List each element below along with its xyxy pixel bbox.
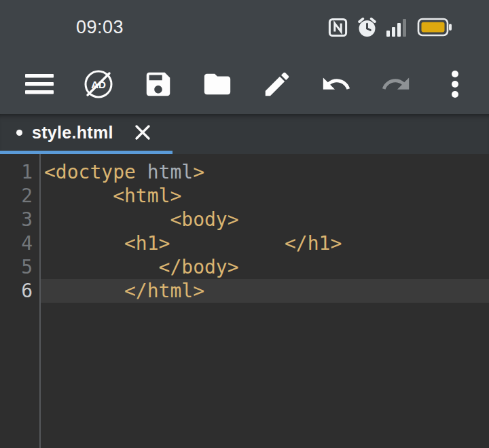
editor-line[interactable]: 4 <h1> </h1> <box>0 231 489 255</box>
tab-style-html[interactable]: style.html <box>0 114 173 154</box>
editor-line[interactable]: 1<doctype html> <box>0 160 489 184</box>
clock-text: 09:03 <box>76 17 124 38</box>
code-line[interactable]: <doctype html> <box>41 160 489 184</box>
more-vert-icon <box>450 68 460 100</box>
edit-button[interactable] <box>258 64 296 105</box>
line-number: 4 <box>0 232 41 255</box>
save-icon <box>143 69 174 100</box>
line-number: 5 <box>0 256 41 278</box>
unsaved-indicator-dot <box>16 130 22 136</box>
nfc-icon <box>327 16 349 39</box>
line-number: 1 <box>0 161 41 183</box>
overflow-menu-button[interactable] <box>436 64 474 105</box>
code-line[interactable]: <h1> </h1> <box>41 231 489 255</box>
save-button[interactable] <box>139 64 177 105</box>
code-line[interactable]: <html> <box>41 184 489 208</box>
editor-line[interactable]: 2 <html> <box>0 184 489 208</box>
editor-line[interactable]: 6 </html> <box>0 279 489 303</box>
undo-button[interactable] <box>317 64 355 105</box>
tab-title: style.html <box>32 123 113 143</box>
ad-block-icon: AD <box>82 68 115 100</box>
ad-block-button[interactable]: AD <box>79 64 117 105</box>
status-icons <box>327 16 452 39</box>
editor-rows: 1<doctype html>2 <html>3 <body>4 <h1> </… <box>0 154 489 303</box>
signal-strength-icon <box>385 16 411 38</box>
menu-button[interactable] <box>20 64 58 105</box>
close-icon <box>132 122 153 143</box>
code-line[interactable]: </html> <box>41 279 489 303</box>
alarm-icon <box>355 16 379 39</box>
line-number: 2 <box>0 185 41 207</box>
editor-line[interactable]: 3 <body> <box>0 208 489 231</box>
pencil-icon <box>261 69 293 100</box>
line-number: 6 <box>0 280 41 302</box>
open-file-button[interactable] <box>198 64 236 105</box>
tab-close-button[interactable] <box>132 122 153 143</box>
undo-icon <box>321 69 352 100</box>
code-line[interactable]: </body> <box>41 255 489 279</box>
editor-line[interactable]: 5 </body> <box>0 255 489 279</box>
toolbar: AD <box>0 54 489 114</box>
code-line[interactable]: <body> <box>41 208 489 231</box>
tab-bar: style.html <box>0 114 489 154</box>
status-bar: 09:03 <box>0 0 489 54</box>
battery-icon <box>417 18 452 37</box>
folder-icon <box>202 69 233 100</box>
redo-button[interactable] <box>377 64 415 105</box>
hamburger-menu-icon <box>24 73 54 96</box>
line-number: 3 <box>0 208 41 231</box>
code-editor[interactable]: 1<doctype html>2 <html>3 <body>4 <h1> </… <box>0 154 489 448</box>
redo-icon <box>380 69 412 100</box>
